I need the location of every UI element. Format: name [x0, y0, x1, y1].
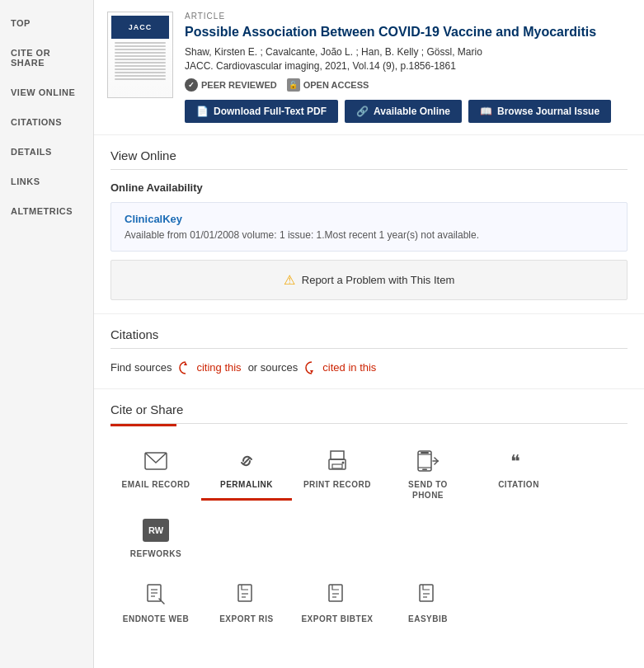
print-record-tool[interactable]: PRINT RECORD [292, 440, 383, 498]
sidebar-item-cite-or-share[interactable]: CITE OR SHARE [0, 38, 93, 78]
easybib-icon [415, 582, 441, 609]
export-ris-tool[interactable]: EXPORT RIS [201, 574, 292, 633]
endnote-web-tool[interactable]: ENDNOTE WEB [110, 574, 201, 633]
export-ris-icon [233, 582, 260, 609]
view-online-section: View Online Online Availability Clinical… [94, 135, 644, 314]
cited-icon [304, 360, 319, 375]
article-action-buttons: 📄 Download Full-Text PDF 🔗 Available Onl… [185, 100, 631, 123]
svg-rect-22 [329, 585, 342, 601]
svg-text:❝: ❝ [510, 451, 520, 472]
open-access-icon: 🔓 [287, 78, 300, 92]
cite-share-underline [110, 424, 176, 426]
easybib-tool[interactable]: EASYBIB [383, 574, 473, 633]
report-problem-link[interactable]: Report a Problem with This Item [302, 274, 454, 286]
online-availability-subtitle: Online Availability [110, 181, 628, 194]
browse-journal-label: Browse Journal Issue [497, 106, 599, 117]
export-bibtex-tool[interactable]: EXPORT BIBTEX [292, 574, 383, 633]
export-ris-label: EXPORT RIS [219, 614, 274, 624]
svg-line-1 [244, 459, 249, 463]
article-title: Possible Association Between COVID-19 Va… [185, 24, 631, 41]
endnote-web-icon [143, 582, 169, 609]
cited-in-this-label: cited in this [322, 361, 376, 374]
article-journal: JACC. Cardiovascular imaging, 2021, Vol.… [185, 60, 631, 72]
available-online-icon: 🔗 [356, 106, 369, 117]
svg-rect-2 [331, 451, 344, 459]
article-type: ARTICLE [185, 12, 631, 21]
main-content: JACC ARTICLE [94, 0, 644, 668]
svg-point-5 [342, 461, 345, 463]
refworks-tool[interactable]: RW REFWORKS [110, 509, 201, 567]
citations-section: Citations Find sources citing this or so… [94, 314, 644, 389]
article-authors: Shaw, Kirsten E. ; Cavalcante, João L. ;… [185, 46, 631, 58]
citations-title: Citations [110, 327, 628, 349]
view-online-title: View Online [110, 148, 628, 170]
send-to-phone-tool[interactable]: SEND TOPHONE [383, 440, 473, 509]
export-bibtex-label: EXPORT BIBTEX [301, 614, 373, 624]
citations-find-row: Find sources citing this or sources cite… [110, 360, 628, 375]
article-metadata: ARTICLE Possible Association Between COV… [185, 12, 631, 123]
download-pdf-button[interactable]: 📄 Download Full-Text PDF [185, 100, 338, 123]
citing-this-label: citing this [196, 361, 241, 374]
easybib-label: EASYBIB [408, 614, 448, 624]
find-sources-label: Find sources [110, 361, 172, 374]
sidebar-item-altmetrics[interactable]: ALTMETRICS [0, 196, 93, 226]
email-record-tool[interactable]: EMAIL RECORD [110, 440, 201, 498]
sidebar-item-view-online[interactable]: VIEW ONLINE [0, 78, 93, 107]
svg-rect-9 [422, 468, 427, 470]
availability-box: ClinicalKey Available from 01/01/2008 vo… [110, 202, 628, 252]
browse-journal-button[interactable]: 📖 Browse Journal Issue [468, 100, 611, 123]
refworks-icon: RW [143, 517, 169, 543]
clinicalkey-link[interactable]: ClinicalKey [125, 213, 613, 225]
permalink-tool[interactable]: PERMALINK [201, 440, 292, 501]
sidebar-item-top[interactable]: TOP [0, 8, 93, 38]
email-icon [143, 448, 169, 474]
cite-share-title: Cite or Share [110, 402, 628, 424]
permalink-icon [233, 448, 260, 474]
article-badges: ✓ PEER REVIEWED 🔓 OPEN ACCESS [185, 78, 631, 92]
refworks-label: REFWORKS [130, 548, 181, 559]
browse-journal-icon: 📖 [480, 106, 492, 117]
download-pdf-label: Download Full-Text PDF [214, 106, 327, 117]
download-pdf-icon: 📄 [196, 106, 209, 117]
tools-row-1: EMAIL RECORD PERMALINK [110, 440, 628, 567]
thumbnail-lines [111, 40, 169, 83]
citation-tool[interactable]: ❝ CITATION [473, 440, 564, 498]
cited-in-this-link[interactable]: cited in this [304, 360, 376, 375]
citation-label: CITATION [498, 479, 539, 490]
sidebar-item-citations[interactable]: CITATIONS [0, 107, 93, 137]
warning-icon: ⚠ [284, 272, 295, 288]
open-access-badge: 🔓 OPEN ACCESS [287, 78, 369, 92]
svg-rect-10 [421, 452, 429, 454]
peer-reviewed-label: PEER REVIEWED [201, 80, 277, 90]
open-access-label: OPEN ACCESS [303, 80, 369, 90]
citation-icon: ❝ [505, 448, 532, 474]
sidebar: TOP CITE OR SHARE VIEW ONLINE CITATIONS … [0, 0, 94, 668]
tools-row-2: ENDNOTE WEB EXPORT RIS [110, 574, 628, 633]
peer-reviewed-badge: ✓ PEER REVIEWED [185, 78, 277, 92]
sidebar-item-links[interactable]: LINKS [0, 167, 93, 196]
availability-text: Available from 01/01/2008 volume: 1 issu… [125, 229, 479, 241]
svg-rect-19 [238, 585, 251, 601]
endnote-web-label: ENDNOTE WEB [123, 614, 190, 624]
export-bibtex-icon [324, 582, 350, 609]
available-online-button[interactable]: 🔗 Available Online [345, 100, 462, 123]
citing-this-link[interactable]: citing this [178, 360, 241, 375]
article-thumbnail: JACC [107, 12, 173, 98]
or-sources-label: or sources [248, 361, 298, 374]
svg-rect-25 [420, 585, 433, 601]
svg-rect-4 [332, 464, 342, 468]
peer-reviewed-icon: ✓ [185, 78, 198, 92]
permalink-label: PERMALINK [220, 479, 273, 490]
print-icon [324, 448, 350, 474]
send-to-phone-icon [415, 448, 441, 474]
send-to-phone-label: SEND TOPHONE [408, 479, 448, 501]
citing-icon [178, 360, 193, 375]
available-online-label: Available Online [374, 106, 450, 117]
journal-logo: JACC [111, 16, 169, 39]
email-record-label: EMAIL RECORD [121, 479, 190, 490]
cite-or-share-section: Cite or Share EMAIL RECORD [94, 389, 644, 652]
sidebar-item-details[interactable]: DETAILS [0, 137, 93, 167]
report-problem-box: ⚠ Report a Problem with This Item [110, 260, 628, 300]
article-header: JACC ARTICLE [94, 0, 644, 135]
print-record-label: PRINT RECORD [303, 479, 371, 490]
